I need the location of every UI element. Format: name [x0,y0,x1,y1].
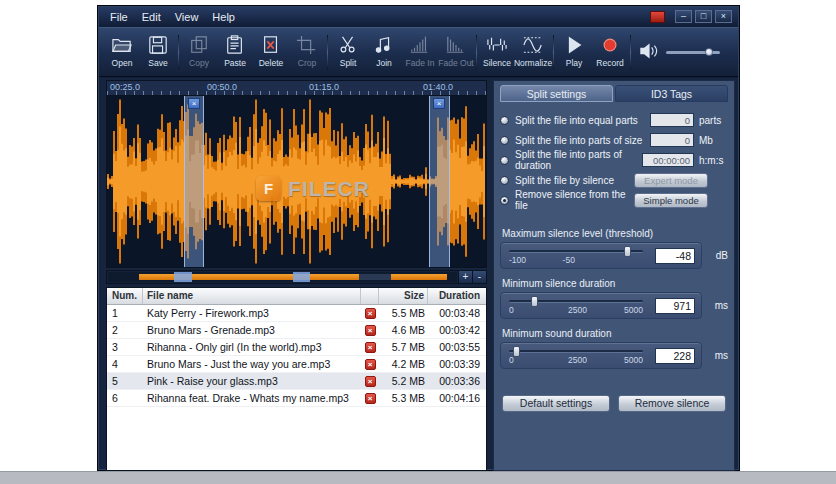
file-row[interactable]: 5 Pink - Raise your glass.mp3 × 5.2 MB 0… [107,373,486,390]
silence-label: Silence [483,58,511,68]
volume-slider[interactable] [666,51,720,54]
file-name-cell: Katy Perry - Firework.mp3 [143,307,361,319]
selection-band[interactable] [429,96,450,267]
min-silence-duration-label: Minimum silence duration [502,278,726,289]
slider-ticks: 0 2500 5000 [509,305,643,316]
header-num[interactable]: Num. [107,288,143,304]
maximize-button[interactable]: □ [695,10,712,23]
min-sound-duration-label: Minimum sound duration [502,328,726,339]
remove-file-icon[interactable]: × [365,359,376,370]
min-silence-value[interactable] [655,298,695,314]
app-window: File Edit View Help – □ × Open [97,5,740,471]
volume-control [639,31,720,74]
marker-close-icon[interactable]: × [188,98,200,109]
crop-icon [296,33,318,57]
zoom-in-button[interactable]: + [458,271,472,283]
option-split-by-size[interactable]: Split the file into parts of size Mb [500,130,728,150]
open-button[interactable]: Open [104,31,140,74]
fade-out-button[interactable]: Fade Out [438,31,474,74]
simple-mode-button[interactable]: Simple mode [634,193,708,208]
file-row[interactable]: 6 Rihanna feat. Drake - Whats my name.mp… [107,390,486,407]
radio-icon[interactable] [500,116,509,125]
remove-file-icon[interactable]: × [365,342,376,353]
timeline-ruler[interactable]: 00:25.0 00:50.0 01:15.0 01:40.0 [106,80,487,95]
slider-track[interactable] [509,300,643,303]
menu-file[interactable]: File [110,11,128,23]
radio-icon[interactable] [500,176,509,185]
fade-in-button[interactable]: Fade In [402,31,438,74]
paste-button[interactable]: Paste [217,31,253,74]
file-row[interactable]: 3 Rihanna - Only girl (In the world).mp3… [107,339,486,356]
overview-strip[interactable] [108,272,457,282]
save-button[interactable]: Save [140,31,176,74]
option-remove-silence[interactable]: Remove silence from the file Simple mode [500,190,728,210]
option-unit: Mb [694,135,728,146]
selection-band[interactable] [184,96,204,267]
toolbar-separator [630,35,631,70]
fade-in-label: Fade In [406,58,435,68]
time-tick: 00:50.0 [207,82,237,92]
file-row[interactable]: 4 Bruno Mars - Just the way you are.mp3 … [107,356,486,373]
scissors-icon [337,33,359,57]
tab-id3-tags[interactable]: ID3 Tags [615,85,728,102]
header-duration[interactable]: Duration [428,288,486,304]
part-duration-input[interactable] [642,153,694,167]
file-row[interactable]: 1 Katy Perry - Firework.mp3 × 5.5 MB 00:… [107,305,486,322]
equal-parts-input[interactable] [650,113,694,127]
titlebar-red-button[interactable] [650,11,665,23]
tab-split-settings[interactable]: Split settings [500,85,613,102]
remove-file-icon[interactable]: × [365,308,376,319]
file-duration-cell: 00:03:36 [428,375,486,387]
split-button[interactable]: Split [330,31,366,74]
file-name-cell: Bruno Mars - Just the way you are.mp3 [143,358,361,370]
option-split-by-silence[interactable]: Split the file by silence Expert mode [500,170,728,190]
file-size-cell: 5.3 MB [379,392,428,404]
part-size-input[interactable] [650,133,694,147]
slider-track[interactable] [509,350,643,353]
minimize-button[interactable]: – [675,10,692,23]
copy-button[interactable]: Copy [181,31,217,74]
option-split-equal-parts[interactable]: Split the file into equal parts parts [500,110,728,130]
remove-file-icon[interactable]: × [365,325,376,336]
join-button[interactable]: Join [366,31,402,74]
header-size[interactable]: Size [379,288,428,304]
waveform-overview-scrollbar[interactable]: + - [106,270,487,284]
slider-track[interactable] [509,250,643,253]
remove-silence-button[interactable]: Remove silence [618,395,726,412]
remove-file-icon[interactable]: × [365,376,376,387]
play-button[interactable]: Play [556,31,592,74]
min-sound-value[interactable] [655,348,695,364]
header-filename[interactable]: File name [143,288,361,304]
file-size-cell: 5.7 MB [379,341,428,353]
zoom-out-button[interactable]: - [472,271,486,283]
file-list-header[interactable]: Num. File name Size Duration [107,288,486,305]
record-button[interactable]: Record [592,31,628,74]
option-split-by-duration[interactable]: Split the file into parts of duration h:… [500,150,728,170]
overview-quiet-zone [359,274,390,280]
silence-button[interactable]: Silence [479,31,515,74]
file-row[interactable]: 2 Bruno Mars - Grenade.mp3 × 4.6 MB 00:0… [107,322,486,339]
file-num-cell: 6 [107,392,143,404]
silence-level-value[interactable] [655,248,695,264]
file-num-cell: 1 [107,307,143,319]
expert-mode-button[interactable]: Expert mode [634,173,708,188]
delete-button[interactable]: Delete [253,31,289,74]
default-settings-button[interactable]: Default settings [502,395,610,412]
menu-edit[interactable]: Edit [142,11,161,23]
delete-label: Delete [259,58,284,68]
close-button[interactable]: × [715,10,732,23]
normalize-button[interactable]: Normalize [515,31,551,74]
bottom-gray-strip [0,471,836,484]
crop-button[interactable]: Crop [289,31,325,74]
slider-ticks: -100 -50 [509,255,643,266]
waveform-display[interactable]: × × [106,95,487,268]
volume-slider-handle[interactable] [705,48,713,56]
menu-view[interactable]: View [175,11,199,23]
menu-help[interactable]: Help [212,11,235,23]
slider-ticks: 0 2500 5000 [509,355,643,366]
radio-icon[interactable] [500,156,509,165]
radio-icon[interactable] [500,136,509,145]
marker-close-icon[interactable]: × [433,98,445,109]
radio-checked-icon[interactable] [500,196,509,205]
remove-file-icon[interactable]: × [365,393,376,404]
